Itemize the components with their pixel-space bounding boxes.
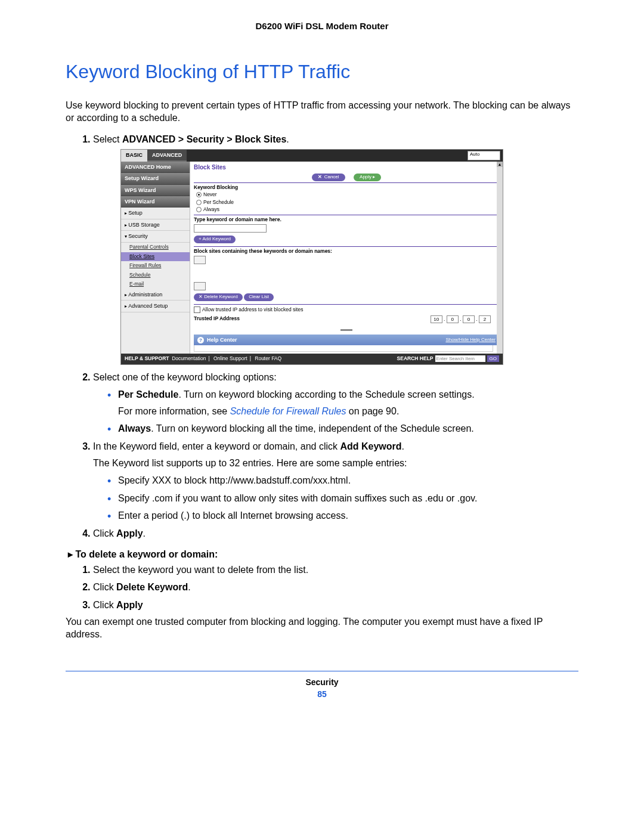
sample-2: Specify .com if you want to allow only s… [107, 492, 578, 505]
trusted-ip-label: Trusted IP Address [194, 315, 240, 322]
help-center-bar[interactable]: ? Help Center Show/Hide Help Center [194, 335, 499, 345]
opt1-text: . Turn on keyword blocking according to … [178, 389, 474, 400]
radio-icon [196, 200, 202, 205]
step3-post: . [402, 441, 404, 451]
doc-header: D6200 WiFi DSL Modem Router [66, 21, 578, 31]
opt2-label: Always [118, 423, 151, 433]
d2-post: . [188, 582, 190, 592]
step-2: Select one of the keyword blocking optio… [93, 371, 578, 435]
sidebar-parental-controls[interactable]: Parental Controls [121, 243, 190, 252]
keyword-blocking-label: Keyword Blocking [194, 184, 499, 191]
ip-octet-2[interactable]: 0 [447, 315, 459, 323]
resize-grip-icon[interactable]: ▬▬ [194, 325, 499, 333]
go-button[interactable]: GO [487, 355, 499, 362]
ip-octet-4[interactable]: 2 [479, 315, 491, 323]
footer-rule [66, 671, 578, 671]
option-per-schedule: Per Schedule. Turn on keyword blocking a… [107, 388, 578, 417]
step4-pre: Click [93, 528, 116, 538]
keyword-input[interactable] [194, 224, 267, 233]
delete-step-1: Select the keyword you want to delete fr… [93, 563, 578, 577]
schedule-firewall-link[interactable]: Schedule for Firewall Rules [230, 406, 346, 416]
step2-text: Select one of the keyword blocking optio… [93, 372, 277, 382]
sidebar-firewall-rules[interactable]: Firewall Rules [121, 261, 190, 270]
add-keyword-button[interactable]: + Add Keyword [194, 236, 236, 243]
online-support-link[interactable]: Online Support [213, 355, 247, 361]
page-number: 85 [66, 689, 578, 699]
sidebar-security[interactable]: Security [121, 231, 190, 243]
step-3: In the Keyword field, enter a keyword or… [93, 440, 578, 522]
d2-bold: Delete Keyword [116, 582, 188, 592]
help-toggle-link[interactable]: Show/Hide Help Center [445, 337, 496, 343]
help-support-label: HELP & SUPPORT [125, 355, 169, 361]
top-tab-bar: BASIC ADVANCED Auto [121, 150, 503, 162]
d3-bold: Apply [116, 600, 143, 610]
documentation-link[interactable]: Documentation [172, 355, 206, 361]
sidebar-vpn-wizard[interactable]: VPN Wizard [121, 196, 190, 208]
opt2-text: . Turn on keyword blocking all the time,… [151, 423, 474, 433]
allow-trusted-label: Allow trusted IP address to visit blocke… [202, 306, 303, 312]
delete-procedure-heading: To delete a keyword or domain: [68, 549, 578, 560]
step3-pre: In the Keyword field, enter a keyword or… [93, 441, 340, 451]
delete-keyword-label: Delete Keyword [204, 294, 237, 299]
allow-trusted-checkbox[interactable] [194, 306, 200, 313]
sample-1: Specify XXX to block http://www.badstuff… [107, 474, 578, 487]
sidebar-email[interactable]: E-mail [121, 280, 190, 289]
keyword-list-select[interactable] [194, 256, 206, 264]
radio-icon [196, 192, 202, 197]
scroll-up-icon[interactable]: ▲ [497, 162, 503, 167]
tab-basic[interactable]: BASIC [121, 150, 147, 162]
step-4: Click Apply. [93, 527, 578, 540]
allow-trusted-row: Allow trusted IP address to visit blocke… [194, 306, 499, 313]
clear-list-button[interactable]: Clear List [244, 293, 274, 301]
d2-pre: Click [93, 582, 116, 592]
help-icon: ? [197, 337, 204, 343]
step-1: Select ADVANCED > Security > Block Sites… [93, 133, 578, 365]
ip-octet-1[interactable]: 10 [431, 315, 442, 323]
chevron-right-icon: ▸ [373, 174, 375, 179]
scrollbar[interactable]: ▲ [497, 162, 503, 354]
step3-bold: Add Keyword [340, 441, 401, 451]
sidebar-setup-wizard[interactable]: Setup Wizard [121, 173, 190, 184]
sidebar-advanced-setup[interactable]: Advanced Setup [121, 301, 190, 312]
sidebar-schedule[interactable]: Schedule [121, 271, 190, 280]
sidebar-block-sites[interactable]: Block Sites [121, 252, 190, 261]
close-icon: ✕ [199, 294, 203, 299]
radio-always-label: Always [203, 206, 219, 212]
apply-button[interactable]: Apply ▸ [354, 174, 381, 181]
sidebar-wps-wizard[interactable]: WPS Wizard [121, 185, 190, 196]
keyword-list-select-bottom[interactable] [194, 282, 206, 290]
sidebar-advanced-home[interactable]: ADVANCED Home [121, 162, 190, 173]
help-center-label: Help Center [207, 336, 237, 343]
delete-step-3: Click Apply [93, 599, 578, 612]
page-title: Keyword Blocking of HTTP Traffic [66, 61, 578, 83]
radio-icon [196, 207, 202, 212]
radio-per-schedule[interactable]: Per Schedule [196, 199, 499, 206]
opt1-label: Per Schedule [118, 389, 178, 400]
cancel-button[interactable]: ✕Cancel [312, 174, 345, 181]
step1-post: . [286, 134, 289, 144]
ip-octet-3[interactable]: 0 [463, 315, 475, 323]
opt1-more-post: on page 90. [346, 406, 399, 416]
cancel-label: Cancel [324, 174, 339, 179]
delete-keyword-button[interactable]: ✕ Delete Keyword [194, 293, 243, 301]
exempt-paragraph: You can exempt one trusted computer from… [66, 616, 578, 641]
close-icon: ✕ [318, 174, 322, 179]
router-faq-link[interactable]: Router FAQ [255, 355, 281, 361]
sidebar-administration[interactable]: Administration [121, 289, 190, 301]
apply-label: Apply [360, 174, 371, 179]
radio-never[interactable]: Never [196, 191, 499, 198]
opt1-more-pre: For more information, see [118, 406, 230, 416]
radio-always[interactable]: Always [196, 206, 499, 213]
step4-bold: Apply [116, 528, 143, 538]
step1-bold: ADVANCED > Security > Block Sites [122, 134, 286, 144]
sidebar-setup[interactable]: Setup [121, 208, 190, 219]
content-panel: ▲ Block Sites ✕Cancel Apply ▸ Keyword Bl… [190, 162, 503, 354]
search-input[interactable]: Enter Search Item [435, 355, 485, 362]
step4-post: . [143, 528, 145, 538]
type-keyword-label: Type keyword or domain name here. [194, 216, 499, 223]
intro-paragraph: Use keyword blocking to prevent certain … [66, 100, 578, 125]
language-select[interactable]: Auto [467, 151, 500, 160]
radio-sched-label: Per Schedule [203, 199, 234, 205]
sidebar-usb-storage[interactable]: USB Storage [121, 219, 190, 231]
tab-advanced[interactable]: ADVANCED [147, 150, 187, 162]
